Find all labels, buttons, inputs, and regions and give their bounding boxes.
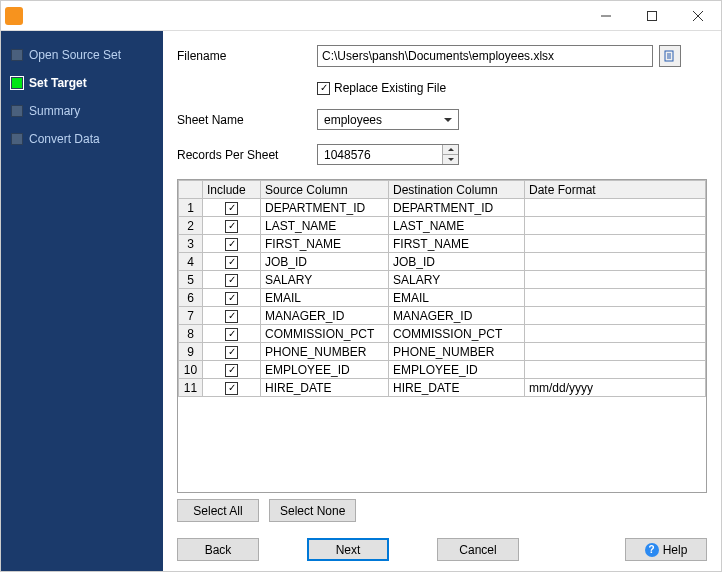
include-cell[interactable] [203, 271, 261, 289]
destination-column-cell[interactable]: MANAGER_ID [389, 307, 525, 325]
replace-existing-checkbox[interactable] [317, 82, 330, 95]
table-row[interactable]: 5SALARYSALARY [179, 271, 706, 289]
source-column-cell[interactable]: SALARY [261, 271, 389, 289]
table-row[interactable]: 2LAST_NAMELAST_NAME [179, 217, 706, 235]
date-format-cell[interactable] [525, 361, 706, 379]
destination-column-cell[interactable]: COMMISSION_PCT [389, 325, 525, 343]
source-column-cell[interactable]: LAST_NAME [261, 217, 389, 235]
destination-column-cell[interactable]: JOB_ID [389, 253, 525, 271]
include-checkbox[interactable] [225, 310, 238, 323]
include-checkbox[interactable] [225, 238, 238, 251]
row-number: 11 [179, 379, 203, 397]
help-button[interactable]: ? Help [625, 538, 707, 561]
app-icon [5, 7, 23, 25]
include-cell[interactable] [203, 235, 261, 253]
date-format-cell[interactable] [525, 253, 706, 271]
nav-item-set-target[interactable]: Set Target [11, 69, 163, 97]
spinner-down[interactable] [443, 155, 458, 164]
table-row[interactable]: 10EMPLOYEE_IDEMPLOYEE_ID [179, 361, 706, 379]
include-cell[interactable] [203, 361, 261, 379]
col-header-source[interactable]: Source Column [261, 181, 389, 199]
sheet-name-label: Sheet Name [177, 113, 317, 127]
include-cell[interactable] [203, 379, 261, 397]
cancel-button[interactable]: Cancel [437, 538, 519, 561]
table-row[interactable]: 9PHONE_NUMBERPHONE_NUMBER [179, 343, 706, 361]
browse-button[interactable] [659, 45, 681, 67]
table-row[interactable]: 11HIRE_DATEHIRE_DATEmm/dd/yyyy [179, 379, 706, 397]
filename-input[interactable] [317, 45, 653, 67]
date-format-cell[interactable]: mm/dd/yyyy [525, 379, 706, 397]
destination-column-cell[interactable]: DEPARTMENT_ID [389, 199, 525, 217]
destination-column-cell[interactable]: HIRE_DATE [389, 379, 525, 397]
include-cell[interactable] [203, 217, 261, 235]
include-checkbox[interactable] [225, 328, 238, 341]
source-column-cell[interactable]: EMAIL [261, 289, 389, 307]
table-row[interactable]: 1DEPARTMENT_IDDEPARTMENT_ID [179, 199, 706, 217]
destination-column-cell[interactable]: EMAIL [389, 289, 525, 307]
destination-column-cell[interactable]: SALARY [389, 271, 525, 289]
date-format-cell[interactable] [525, 199, 706, 217]
source-column-cell[interactable]: PHONE_NUMBER [261, 343, 389, 361]
include-checkbox[interactable] [225, 220, 238, 233]
nav-item-convert-data[interactable]: Convert Data [11, 125, 163, 153]
date-format-cell[interactable] [525, 217, 706, 235]
date-format-cell[interactable] [525, 271, 706, 289]
source-column-cell[interactable]: JOB_ID [261, 253, 389, 271]
date-format-cell[interactable] [525, 289, 706, 307]
row-number: 5 [179, 271, 203, 289]
include-cell[interactable] [203, 253, 261, 271]
row-number: 3 [179, 235, 203, 253]
records-per-sheet-label: Records Per Sheet [177, 148, 317, 162]
destination-column-cell[interactable]: FIRST_NAME [389, 235, 525, 253]
include-cell[interactable] [203, 289, 261, 307]
source-column-cell[interactable]: DEPARTMENT_ID [261, 199, 389, 217]
include-checkbox[interactable] [225, 274, 238, 287]
date-format-cell[interactable] [525, 235, 706, 253]
help-icon: ? [645, 543, 659, 557]
include-checkbox[interactable] [225, 292, 238, 305]
col-header-date-format[interactable]: Date Format [525, 181, 706, 199]
next-button[interactable]: Next [307, 538, 389, 561]
select-none-button[interactable]: Select None [269, 499, 356, 522]
include-checkbox[interactable] [225, 346, 238, 359]
nav-item-open-source-set[interactable]: Open Source Set [11, 41, 163, 69]
back-button[interactable]: Back [177, 538, 259, 561]
include-cell[interactable] [203, 199, 261, 217]
records-per-sheet-input[interactable] [318, 145, 442, 164]
col-header-include[interactable]: Include [203, 181, 261, 199]
destination-column-cell[interactable]: LAST_NAME [389, 217, 525, 235]
destination-column-cell[interactable]: EMPLOYEE_ID [389, 361, 525, 379]
date-format-cell[interactable] [525, 325, 706, 343]
include-checkbox[interactable] [225, 382, 238, 395]
spinner-up[interactable] [443, 145, 458, 155]
maximize-button[interactable] [629, 1, 675, 31]
source-column-cell[interactable]: MANAGER_ID [261, 307, 389, 325]
include-checkbox[interactable] [225, 202, 238, 215]
row-number: 6 [179, 289, 203, 307]
table-row[interactable]: 3FIRST_NAMEFIRST_NAME [179, 235, 706, 253]
select-all-button[interactable]: Select All [177, 499, 259, 522]
source-column-cell[interactable]: HIRE_DATE [261, 379, 389, 397]
row-number: 2 [179, 217, 203, 235]
include-cell[interactable] [203, 343, 261, 361]
include-cell[interactable] [203, 325, 261, 343]
source-column-cell[interactable]: EMPLOYEE_ID [261, 361, 389, 379]
close-button[interactable] [675, 1, 721, 31]
sheet-name-select[interactable]: employees [317, 109, 459, 130]
table-row[interactable]: 7MANAGER_IDMANAGER_ID [179, 307, 706, 325]
date-format-cell[interactable] [525, 343, 706, 361]
table-row[interactable]: 6EMAILEMAIL [179, 289, 706, 307]
nav-item-summary[interactable]: Summary [11, 97, 163, 125]
include-checkbox[interactable] [225, 256, 238, 269]
records-per-sheet-spinner[interactable] [317, 144, 459, 165]
include-checkbox[interactable] [225, 364, 238, 377]
col-header-destination[interactable]: Destination Column [389, 181, 525, 199]
minimize-button[interactable] [583, 1, 629, 31]
table-row[interactable]: 8COMMISSION_PCTCOMMISSION_PCT [179, 325, 706, 343]
include-cell[interactable] [203, 307, 261, 325]
source-column-cell[interactable]: FIRST_NAME [261, 235, 389, 253]
date-format-cell[interactable] [525, 307, 706, 325]
source-column-cell[interactable]: COMMISSION_PCT [261, 325, 389, 343]
destination-column-cell[interactable]: PHONE_NUMBER [389, 343, 525, 361]
table-row[interactable]: 4JOB_IDJOB_ID [179, 253, 706, 271]
